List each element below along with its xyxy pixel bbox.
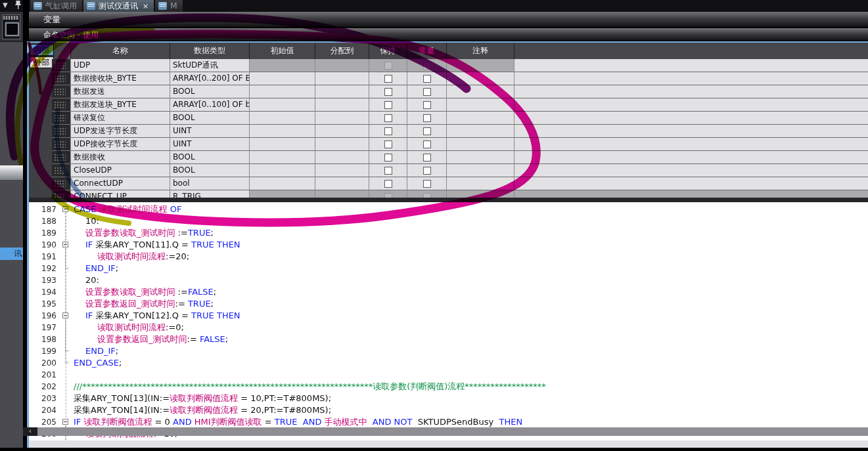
code-line-191[interactable]: 读取测试时间流程:=20;: [97, 251, 189, 263]
cell-constant-checkbox[interactable]: [423, 140, 431, 148]
cell-data-type[interactable]: bool: [170, 177, 250, 190]
cell-retain-checkbox[interactable]: [384, 101, 392, 109]
dropdown-arrow-icon[interactable]: ▼: [3, 1, 8, 9]
cell-data-type[interactable]: BOOL: [170, 151, 250, 164]
cell-data-type[interactable]: BOOL: [170, 85, 250, 98]
cell-retain-checkbox[interactable]: [384, 167, 392, 175]
table-row-CloseUDP[interactable]: CloseUDPBOOL: [52, 164, 868, 177]
sidebar-tree-item-selected[interactable]: 讯: [0, 247, 23, 260]
cell-assigned-to[interactable]: [315, 125, 369, 138]
row-drag-handle-icon[interactable]: [54, 140, 66, 148]
cell-constant-checkbox[interactable]: [423, 88, 431, 96]
cell-constant-checkbox[interactable]: [423, 180, 431, 188]
cell-comment[interactable]: [447, 59, 514, 72]
row-drag-handle-icon[interactable]: [54, 127, 66, 135]
row-drag-handle-icon[interactable]: [54, 75, 66, 83]
cell-data-type[interactable]: ARRAY[0..200] OF BYTE: [170, 72, 250, 85]
cell-retain-checkbox[interactable]: [384, 62, 392, 70]
cell-assigned-to[interactable]: [315, 164, 369, 177]
code-line-189[interactable]: 设置参数读取_测试时间 :=TRUE;: [85, 227, 214, 239]
code-line-190[interactable]: IF 采集ARY_TON[11].Q = TRUE THEN: [85, 239, 240, 251]
cell-name[interactable]: 数据发送块_BYTE: [71, 98, 170, 112]
column-header-常量[interactable]: 常量: [407, 43, 447, 59]
cell-retain-checkbox[interactable]: [384, 140, 392, 148]
tab-测试仪通讯[interactable]: 测试仪通讯×: [83, 0, 154, 12]
row-drag-handle-icon[interactable]: [54, 167, 66, 175]
cell-comment[interactable]: [447, 72, 514, 85]
cell-name[interactable]: UDP接收字节长度: [71, 138, 170, 151]
code-line-207[interactable]: END_IF: [85, 440, 116, 440]
column-header-初始值[interactable]: 初始值: [250, 43, 315, 59]
cell-initial-value[interactable]: [250, 72, 315, 85]
fold-collapse-icon[interactable]: [62, 419, 68, 425]
cell-assigned-to[interactable]: [315, 190, 369, 198]
cell-retain-checkbox[interactable]: [384, 127, 392, 135]
cell-retain-checkbox[interactable]: [384, 88, 392, 96]
table-row-数据发送[interactable]: 数据发送BOOL: [52, 85, 868, 98]
table-row-数据接收[interactable]: 数据接收BOOL: [52, 151, 868, 164]
cell-initial-value[interactable]: [250, 151, 315, 164]
code-line-205[interactable]: IF 读取判断阀值流程 = 0 AND HMI判断阀值读取 = TRUE AND…: [74, 416, 522, 428]
cell-assigned-to[interactable]: [315, 112, 369, 125]
scroll-left-icon[interactable]: ‹: [23, 427, 37, 436]
row-drag-handle-icon[interactable]: [54, 154, 66, 161]
cell-name[interactable]: 错误复位: [71, 112, 170, 125]
variables-section-header[interactable]: 变量: [29, 12, 868, 28]
cell-initial-value[interactable]: [250, 112, 315, 125]
cell-assigned-to[interactable]: [315, 59, 369, 72]
table-row-数据接收块_BYTE[interactable]: 数据接收块_BYTEARRAY[0..200] OF BYTE: [52, 72, 868, 85]
cell-name[interactable]: UDP: [71, 59, 170, 72]
code-line-193[interactable]: 20:: [85, 274, 99, 286]
cell-retain-checkbox[interactable]: [384, 75, 392, 83]
cell-initial-value[interactable]: [250, 59, 315, 72]
cell-name[interactable]: UDP发送字节长度: [71, 125, 170, 138]
cell-data-type[interactable]: BOOL: [170, 112, 250, 125]
code-line-187[interactable]: CASE 读取测试时间流程 OF: [74, 204, 181, 215]
cell-assigned-to[interactable]: [315, 85, 369, 98]
column-header-数据类型[interactable]: 数据类型: [170, 43, 250, 59]
cell-name[interactable]: CONNECT_UP: [71, 190, 170, 198]
cell-comment[interactable]: [447, 164, 514, 177]
cell-constant-checkbox[interactable]: [423, 154, 431, 161]
cell-constant-checkbox[interactable]: [423, 62, 431, 70]
table-row-ConnectUDP[interactable]: ConnectUDPbool: [52, 177, 868, 190]
cell-initial-value[interactable]: [250, 85, 315, 98]
cell-constant-checkbox[interactable]: [423, 101, 431, 109]
cell-comment[interactable]: [447, 85, 514, 98]
cell-comment[interactable]: [447, 112, 514, 125]
tab-internal-variables[interactable]: 内部: [30, 44, 54, 56]
table-row-数据发送块_BYTE[interactable]: 数据发送块_BYTEARRAY[0..100] OF byte: [52, 98, 868, 112]
cell-assigned-to[interactable]: [315, 151, 369, 164]
cell-data-type[interactable]: ARRAY[0..100] OF byte: [170, 98, 250, 112]
column-header-分配到[interactable]: 分配到: [315, 43, 369, 59]
row-drag-handle-icon[interactable]: [54, 88, 66, 96]
code-line-188[interactable]: 10:: [85, 215, 99, 227]
cell-assigned-to[interactable]: [315, 98, 369, 112]
close-icon[interactable]: ×: [143, 2, 148, 11]
cell-comment[interactable]: [447, 125, 514, 138]
cell-constant-checkbox[interactable]: [423, 167, 431, 175]
cell-initial-value[interactable]: [250, 138, 315, 151]
tab-M[interactable]: M: [155, 0, 182, 12]
cell-data-type[interactable]: SktUDP通讯: [170, 59, 250, 72]
cell-name[interactable]: 数据接收: [71, 151, 170, 164]
cell-assigned-to[interactable]: [315, 138, 369, 151]
column-header-注释[interactable]: 注释: [447, 43, 514, 59]
code-line-194[interactable]: 设置参数读取_测试时间 :=FALSE;: [85, 286, 216, 298]
row-drag-handle-icon[interactable]: [54, 193, 66, 198]
code-line-204[interactable]: 采集ARY_TON[14](IN:=读取判断阀值流程 = 20,PT:=T#80…: [74, 404, 331, 416]
table-row-UDP接收字节长度[interactable]: UDP接收字节长度UINT: [52, 138, 868, 151]
tab-external-variables[interactable]: 外部: [30, 56, 54, 68]
code-line-192[interactable]: END_IF;: [85, 263, 118, 274]
row-drag-handle-icon[interactable]: [54, 62, 66, 70]
st-code-editor[interactable]: 187CASE 读取测试时间流程 OF18810:189设置参数读取_测试时间 …: [29, 202, 868, 440]
code-line-197[interactable]: 读取测试时间流程:=0;: [97, 322, 184, 333]
cell-initial-value[interactable]: [250, 177, 315, 190]
column-header-名称[interactable]: 名称: [71, 43, 170, 59]
table-row-错误复位[interactable]: 错误复位BOOL: [52, 112, 868, 125]
column-header-保持[interactable]: 保持: [369, 43, 407, 59]
cell-assigned-to[interactable]: [315, 72, 369, 85]
cell-name[interactable]: CloseUDP: [71, 164, 170, 177]
cell-constant-checkbox[interactable]: [423, 75, 431, 83]
cell-initial-value[interactable]: [250, 190, 315, 198]
